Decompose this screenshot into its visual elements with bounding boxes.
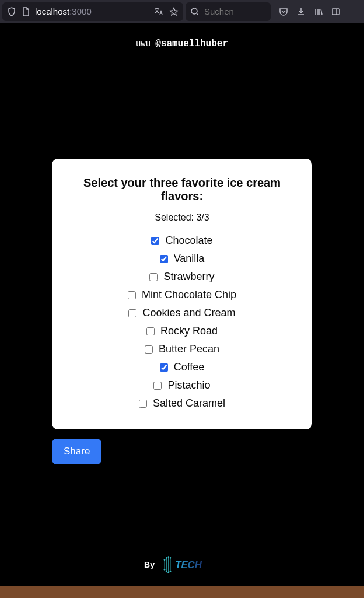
- header-prefix: uwu: [136, 39, 150, 48]
- download-icon[interactable]: [296, 7, 306, 16]
- flavor-label[interactable]: Coffee: [174, 361, 205, 373]
- sidebar-icon[interactable]: [331, 7, 341, 16]
- footer-by-label: By: [144, 560, 155, 569]
- flavor-item: Vanilla: [160, 253, 205, 265]
- selected-count: Selected: 3/3: [66, 212, 298, 223]
- pocket-icon[interactable]: [279, 7, 288, 16]
- flavor-item: Cookies and Cream: [128, 307, 235, 319]
- flavor-checkbox[interactable]: [160, 363, 168, 372]
- flavor-label[interactable]: Salted Caramel: [153, 397, 225, 410]
- svg-point-3: [168, 557, 169, 558]
- flavor-item: Rocky Road: [146, 325, 218, 337]
- flavor-label[interactable]: Chocolate: [165, 235, 212, 247]
- svg-point-5: [164, 559, 165, 561]
- flavor-label[interactable]: Cookies and Cream: [142, 307, 235, 319]
- flavor-label[interactable]: Butter Pecan: [159, 343, 219, 355]
- flavor-checkbox[interactable]: [128, 291, 136, 299]
- flavor-label[interactable]: Strawberry: [163, 271, 214, 283]
- flavor-checkbox[interactable]: [149, 273, 158, 281]
- svg-rect-1: [332, 9, 340, 15]
- card-title: Select your three favorite ice cream fla…: [66, 176, 298, 203]
- flavor-checkbox[interactable]: [145, 345, 153, 354]
- flavor-list: ChocolateVanillaStrawberryMint Chocolate…: [66, 235, 298, 410]
- flavor-item: Salted Caramel: [139, 397, 225, 410]
- flavor-checkbox[interactable]: [153, 382, 162, 390]
- flavor-item: Coffee: [160, 361, 205, 373]
- flavor-item: Pistachio: [153, 379, 210, 391]
- footer-logo[interactable]: TECH: [162, 555, 220, 575]
- page-header: uwu @samuellhuber: [0, 23, 364, 65]
- page-icon: [21, 7, 30, 16]
- svg-point-8: [170, 571, 171, 572]
- flavor-checkbox[interactable]: [146, 327, 155, 335]
- flavor-label[interactable]: Mint Chocolate Chip: [142, 289, 236, 301]
- url-bar[interactable]: localhost:3000: [2, 2, 183, 21]
- svg-point-2: [166, 557, 167, 558]
- svg-point-0: [191, 8, 197, 14]
- svg-text:TECH: TECH: [175, 559, 202, 571]
- flavor-label[interactable]: Vanilla: [174, 253, 205, 265]
- main-content: Select your three favorite ice cream fla…: [0, 65, 364, 464]
- search-icon: [190, 7, 200, 16]
- flavor-label[interactable]: Pistachio: [167, 379, 210, 391]
- url-text: localhost:3000: [35, 6, 149, 16]
- share-button[interactable]: Share: [52, 439, 102, 464]
- svg-point-7: [168, 572, 169, 573]
- flavor-checkbox[interactable]: [139, 400, 147, 408]
- flavor-item: Chocolate: [151, 235, 212, 247]
- browser-chrome: localhost:3000: [0, 0, 364, 23]
- flavor-card: Select your three favorite ice cream fla…: [52, 159, 312, 429]
- bottom-strip: [0, 586, 364, 598]
- flavor-checkbox[interactable]: [128, 309, 136, 317]
- search-bar[interactable]: [186, 2, 271, 21]
- translate-icon[interactable]: [154, 7, 163, 16]
- svg-point-6: [166, 571, 167, 572]
- library-icon[interactable]: [314, 7, 323, 16]
- svg-point-9: [164, 569, 165, 570]
- flavor-checkbox[interactable]: [151, 237, 159, 245]
- svg-point-4: [170, 557, 171, 558]
- shield-icon[interactable]: [7, 7, 16, 16]
- flavor-label[interactable]: Rocky Road: [160, 325, 218, 337]
- search-input[interactable]: [204, 6, 266, 16]
- flavor-item: Strawberry: [149, 271, 214, 283]
- header-handle[interactable]: @samuellhuber: [155, 39, 228, 49]
- flavor-item: Mint Chocolate Chip: [128, 289, 236, 301]
- flavor-checkbox[interactable]: [160, 255, 168, 263]
- flavor-item: Butter Pecan: [145, 343, 219, 355]
- bookmark-star-icon[interactable]: [169, 7, 178, 16]
- footer: By TECH: [0, 555, 364, 575]
